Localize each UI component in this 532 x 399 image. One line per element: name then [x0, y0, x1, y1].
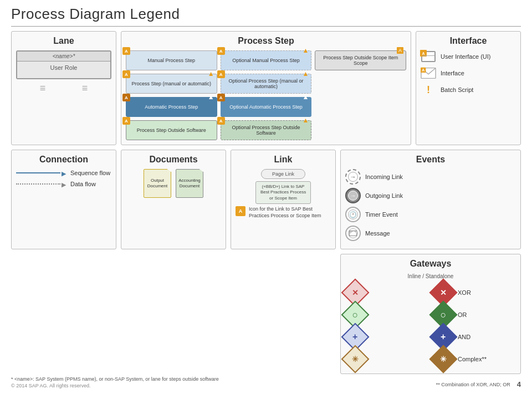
complex-label: Complex** — [458, 356, 487, 362]
link-icon-desc: Icon for the Link to SAP Best Practices … — [249, 206, 331, 219]
ui-box-inner — [422, 55, 434, 56]
envelope-icon: A — [421, 67, 436, 79]
gw-and-filled: + AND — [433, 327, 516, 347]
proc-opt-auto: A ▲ Optional Process Step (manual or aut… — [221, 74, 312, 94]
xor-outline-symbol: ✕ — [352, 288, 359, 297]
data-label: Data flow — [70, 181, 96, 187]
proc-auto-opt-label: Optional Automatic Process Step — [229, 104, 303, 110]
proc-outside-label: Process Step Outside Software — [137, 127, 206, 133]
proc-opt-manual: A ▲ Optional Manual Process Step — [221, 50, 312, 70]
conn-data-item: ▶ Data flow — [16, 180, 111, 188]
bottom-sections: Connection ▶ Sequence flow ▶ Data flow D… — [11, 150, 521, 374]
page-link-box: Page Link — [261, 169, 305, 179]
footer-note1: * <name>: SAP System (PPMS name), or non… — [11, 376, 219, 382]
or-outline-symbol: ○ — [352, 309, 359, 321]
proc-outside-opt: A ▲ Optional Process Step Outside Softwa… — [221, 120, 312, 140]
gw-xor-outline: ✕ — [345, 283, 428, 303]
title-divider — [11, 26, 521, 27]
incoming-arrow: → — [350, 173, 356, 180]
lane-title: Lane — [16, 36, 111, 46]
proc-opt-manual-label: Optional Manual Process Step — [232, 58, 300, 63]
event-timer: 🕐 Timer Event — [345, 207, 516, 222]
interface-title: Interface — [421, 36, 516, 46]
footer-copyright: © 2014 SAP AG. All rights reserved. — [11, 383, 219, 388]
and-label: AND — [458, 334, 470, 340]
proc-auto-optional: A ▲ Optional Automatic Process Step — [221, 97, 312, 117]
page-link-label: Page Link — [272, 171, 294, 177]
svg-text:A: A — [422, 68, 425, 73]
message-label: Message — [365, 230, 390, 237]
proc-manual-auto: A ▲ Process Step (manual or automatic) — [126, 74, 217, 94]
documents-title: Documents — [126, 155, 221, 165]
gw-complex-filled: ✳ Complex** — [433, 349, 516, 369]
link-title: Link — [236, 155, 331, 165]
proc-scope-label: Process Step Outside Scope Item Scope — [319, 55, 402, 66]
page: Process Diagram Legend Lane <name>* User… — [0, 0, 532, 399]
gw-complex-outline: ✳ — [345, 349, 428, 369]
proc-manual-label: Manual Process Step — [148, 58, 196, 63]
or-label: OR — [458, 311, 467, 318]
seq-line: ▶ — [16, 169, 66, 177]
timer-label: Timer Event — [365, 211, 398, 218]
ui-box-shape: A — [421, 51, 436, 62]
proc-automatic: A ▲ Automatic Process Step — [126, 97, 217, 117]
process-section: Process Step A Manual Process Step A ▲ O… — [121, 31, 411, 145]
xor-label: XOR — [458, 289, 471, 296]
and-filled-symbol: + — [441, 332, 446, 342]
documents-section: Documents Output Document Accounting Doc… — [121, 150, 226, 249]
message-circle — [345, 226, 361, 241]
event-outgoing: → Outgoing Link — [345, 188, 516, 203]
outgoing-label: Outgoing Link — [365, 192, 403, 199]
link-badge: A — [236, 206, 245, 216]
lane-name: <name>* — [17, 52, 110, 62]
lane-inner: <name>* User Role — [16, 50, 111, 79]
connection-section: Connection ▶ Sequence flow ▶ Data flow — [11, 150, 116, 249]
conn-seq-item: ▶ Sequence flow — [16, 169, 111, 177]
ui-icon: A — [421, 50, 436, 63]
exclaim-symbol: ! — [427, 84, 430, 96]
incoming-label: Incoming Link — [365, 173, 403, 180]
kbb-link-label: («BB/D») Link to SAP Best Practices Proc… — [260, 184, 306, 201]
incoming-inner: → — [348, 172, 358, 182]
interface-batch-item: ! Batch Script — [421, 84, 516, 96]
event-incoming: → Incoming Link — [345, 169, 516, 185]
lane-symbol-right: ≡ — [82, 83, 88, 94]
and-outline-symbol: + — [352, 332, 357, 342]
lane-footer: ≡ ≡ — [16, 79, 111, 98]
incoming-circle: → — [345, 169, 361, 185]
complex-filled-diamond: ✳ — [429, 345, 458, 374]
outgoing-circle: → — [345, 188, 361, 203]
ui-label: User Interface (UI) — [441, 53, 490, 60]
footer-note2: ** Combination of XOR, AND; OR — [436, 382, 510, 387]
footer: * <name>: SAP System (PPMS name), or non… — [11, 376, 521, 388]
gw-or-outline: ○ — [345, 305, 428, 325]
gw-xor-filled: ✕ XOR — [433, 283, 516, 303]
connection-title: Connection — [16, 155, 111, 165]
page-title: Process Diagram Legend — [11, 6, 521, 23]
proc-opt-auto-label: Optional Process Step (manual or automat… — [224, 78, 308, 89]
kbb-link-box: («BB/D») Link to SAP Best Practices Proc… — [255, 181, 311, 204]
gateways-section: Gateways Inline / Standalone ✕ ✕ XOR — [340, 254, 521, 374]
complex-filled-symbol: ✳ — [440, 355, 447, 364]
doc-output-label: Output Document — [144, 176, 171, 191]
gw-or-filled: ○ OR — [433, 305, 516, 325]
link-section: Link Page Link («BB/D») Link to SAP Best… — [231, 150, 336, 249]
proc-outside-opt-label: Optional Process Step Outside Software — [224, 125, 308, 136]
gw-grid: ✕ ✕ XOR ○ — [345, 283, 516, 369]
lane-symbol-left: ≡ — [40, 83, 46, 94]
process-title: Process Step — [126, 36, 406, 46]
envelope-small-icon — [349, 231, 357, 236]
xor-filled-symbol: ✕ — [440, 288, 447, 297]
interface-ui-item: A User Interface (UI) — [421, 50, 516, 63]
gw-and-outline: + — [345, 327, 428, 347]
page-number: 4 — [517, 380, 521, 388]
complex-outline-diamond: ✳ — [341, 345, 370, 374]
outgoing-inner: → — [348, 191, 358, 201]
timer-circle: 🕐 — [345, 207, 361, 222]
batch-label: Batch Script — [441, 86, 473, 93]
lane-section: Lane <name>* User Role ≡ ≡ — [11, 31, 116, 145]
gateways-title: Gateways — [345, 259, 516, 269]
doc-accounting-label: Accounting Document — [176, 176, 203, 191]
exclaim-icon: ! — [421, 84, 436, 96]
doc-items: Output Document Accounting Document — [126, 169, 221, 198]
